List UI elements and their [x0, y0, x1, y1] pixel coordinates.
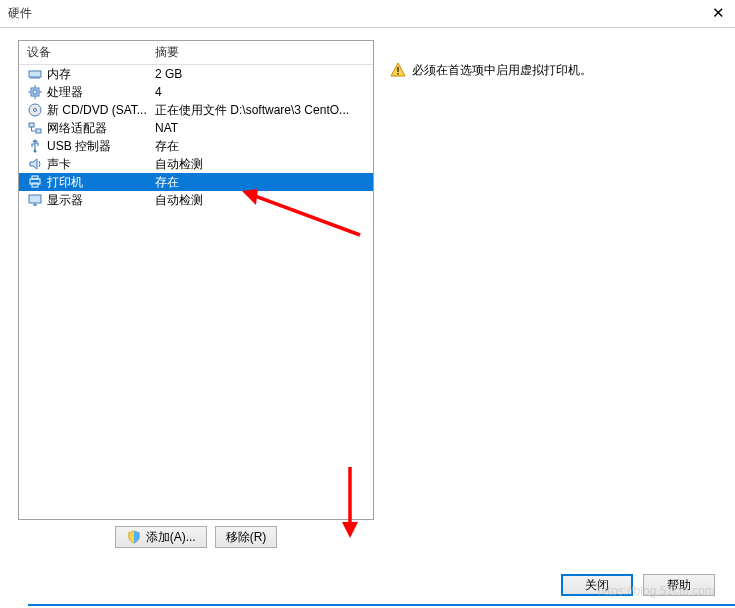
cpu-icon	[27, 84, 43, 100]
header-device: 设备	[19, 41, 151, 64]
svg-rect-6	[31, 88, 39, 96]
printer-icon	[27, 174, 43, 190]
device-row-network[interactable]: 网络适配器NAT	[19, 119, 373, 137]
cd-icon	[27, 102, 43, 118]
help-button-label: 帮助	[667, 577, 691, 594]
device-summary: 存在	[151, 137, 373, 155]
device-summary: 自动检测	[151, 191, 373, 209]
close-icon[interactable]: ✕	[712, 4, 725, 22]
svg-rect-20	[29, 195, 41, 203]
add-button-label: 添加(A)...	[146, 529, 196, 546]
titlebar: 硬件 ✕	[0, 0, 735, 28]
shield-icon	[126, 529, 142, 545]
display-icon	[27, 192, 43, 208]
device-row-printer[interactable]: 打印机存在	[19, 173, 373, 191]
memory-icon	[27, 66, 43, 82]
help-button[interactable]: 帮助	[643, 574, 715, 596]
device-name: 新 CD/DVD (SAT...	[47, 102, 147, 119]
svg-rect-14	[29, 123, 34, 127]
warning-icon	[390, 62, 406, 78]
device-row-display[interactable]: 显示器自动检测	[19, 191, 373, 209]
usb-icon	[27, 138, 43, 154]
device-summary: 存在	[151, 173, 373, 191]
device-list: 设备 摘要 内存2 GB处理器4新 CD/DVD (SAT...正在使用文件 D…	[18, 40, 374, 520]
device-summary: 2 GB	[151, 65, 373, 83]
svg-rect-15	[36, 129, 41, 133]
add-button[interactable]: 添加(A)...	[115, 526, 207, 548]
device-row-cd[interactable]: 新 CD/DVD (SAT...正在使用文件 D:\software\3 Cen…	[19, 101, 373, 119]
device-summary: 正在使用文件 D:\software\3 CentO...	[151, 101, 373, 119]
sound-icon	[27, 156, 43, 172]
device-row-sound[interactable]: 声卡自动检测	[19, 155, 373, 173]
svg-rect-24	[397, 73, 399, 75]
device-name: 处理器	[47, 84, 83, 101]
left-panel: 设备 摘要 内存2 GB处理器4新 CD/DVD (SAT...正在使用文件 D…	[18, 40, 374, 548]
device-name: 网络适配器	[47, 120, 107, 137]
close-button-label: 关闭	[585, 577, 609, 594]
right-panel: 必须在首选项中启用虚拟打印机。	[390, 40, 717, 548]
device-summary: 4	[151, 83, 373, 101]
device-summary: 自动检测	[151, 155, 373, 173]
device-row-memory[interactable]: 内存2 GB	[19, 65, 373, 83]
device-row-cpu[interactable]: 处理器4	[19, 83, 373, 101]
warning-message: 必须在首选项中启用虚拟打印机。	[390, 62, 717, 79]
remove-button[interactable]: 移除(R)	[215, 526, 278, 548]
remove-button-label: 移除(R)	[226, 529, 267, 546]
device-name: 声卡	[47, 156, 71, 173]
device-name: 显示器	[47, 192, 83, 209]
warning-text: 必须在首选项中启用虚拟打印机。	[412, 62, 592, 79]
main-content: 设备 摘要 内存2 GB处理器4新 CD/DVD (SAT...正在使用文件 D…	[0, 28, 735, 548]
network-icon	[27, 120, 43, 136]
svg-rect-0	[29, 71, 41, 77]
svg-point-16	[34, 150, 37, 153]
footer-buttons: 关闭 帮助	[561, 574, 715, 596]
window-title: 硬件	[8, 5, 32, 22]
bottom-accent	[28, 604, 735, 608]
device-name: 内存	[47, 66, 71, 83]
device-name: USB 控制器	[47, 138, 111, 155]
device-name: 打印机	[47, 174, 83, 191]
device-list-header: 设备 摘要	[19, 41, 373, 65]
header-summary: 摘要	[151, 41, 373, 64]
device-buttons: 添加(A)... 移除(R)	[18, 526, 374, 548]
svg-point-12	[29, 104, 41, 116]
device-row-usb[interactable]: USB 控制器存在	[19, 137, 373, 155]
device-summary: NAT	[151, 119, 373, 137]
close-button[interactable]: 关闭	[561, 574, 633, 596]
svg-rect-23	[397, 67, 399, 72]
